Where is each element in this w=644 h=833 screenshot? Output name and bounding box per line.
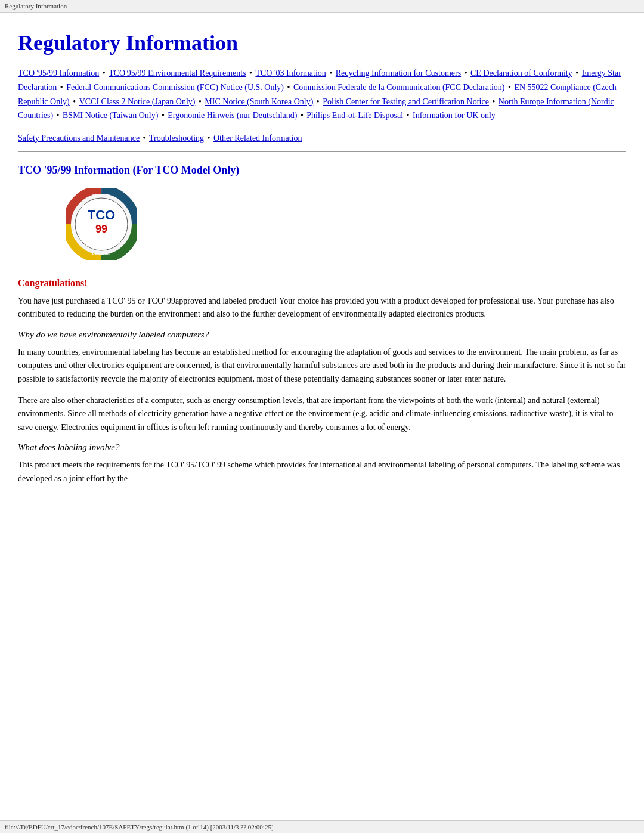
nav-link-ergonomie[interactable]: Ergonomie Hinweis (nur Deutschland) — [168, 111, 297, 120]
separator: • — [407, 111, 411, 120]
subsection-heading-1: Why do we have environmentally labeled c… — [18, 330, 626, 340]
nav-link-philips[interactable]: Philips End-of-Life Disposal — [306, 111, 403, 120]
svg-text:TCO: TCO — [88, 208, 115, 222]
subsection-heading-2: What does labeling involve? — [18, 442, 626, 453]
tco-section-title: TCO '95/99 Information (For TCO Model On… — [18, 164, 626, 176]
separator: • — [103, 69, 107, 78]
subsection-1-para-2: There are also other characteristics of … — [18, 394, 626, 434]
separator: • — [60, 83, 65, 92]
separator: • — [208, 134, 212, 143]
nav-link-bsmi[interactable]: BSMI Notice (Taiwan Only) — [63, 111, 158, 120]
separator: • — [287, 83, 292, 92]
separator: • — [199, 97, 203, 106]
svg-text:99: 99 — [95, 223, 107, 235]
nav-link-safety[interactable]: Safety Precautions and Maintenance — [18, 134, 140, 143]
separator: • — [301, 111, 305, 120]
nav-link-tco03[interactable]: TCO '03 Information — [255, 69, 326, 78]
nav-link-ce[interactable]: CE Declaration of Conformity — [470, 69, 572, 78]
nav-link-troubleshooting[interactable]: Troubleshooting — [149, 134, 204, 143]
separator: • — [162, 111, 166, 120]
nav-links: TCO '95/99 Information • TCO'95/99 Envir… — [18, 66, 626, 123]
logo-container: TCO 99 ECOLOGY ENERGY EMISSIONS ERGONOMI… — [18, 188, 626, 260]
nav-link-uk[interactable]: Information for UK only — [413, 111, 496, 120]
svg-text:ERGONOMICS: ERGONOMICS — [72, 215, 76, 236]
svg-text:ENERGY: ENERGY — [127, 218, 131, 233]
nav-link-recycling[interactable]: Recycling Information for Customers — [336, 69, 461, 78]
separator: • — [317, 97, 321, 106]
separator: • — [249, 69, 254, 78]
nav-link-fcc[interactable]: Federal Communications Commission (FCC) … — [66, 83, 284, 92]
separator: • — [143, 134, 148, 143]
svg-text:EMISSIONS: EMISSIONS — [92, 252, 111, 256]
nav-link-tco9599-env[interactable]: TCO'95/99 Environmental Requirements — [109, 69, 246, 78]
separator: • — [329, 69, 334, 78]
separator: • — [57, 111, 61, 120]
congratulations-heading: Congratulations! — [18, 278, 626, 289]
secondary-nav: Safety Precautions and Maintenance • Tro… — [18, 131, 626, 145]
nav-link-other[interactable]: Other Related Information — [213, 134, 302, 143]
subsection-2-para-1: This product meets the requirements for … — [18, 459, 626, 485]
page-content: Regulatory Information TCO '95/99 Inform… — [0, 13, 644, 529]
tab-bar: Regulatory Information — [0, 0, 644, 13]
tco-logo: TCO 99 ECOLOGY ENERGY EMISSIONS ERGONOMI… — [66, 188, 137, 260]
nav-link-mic[interactable]: MIC Notice (South Korea Only) — [205, 97, 313, 106]
tab-label: Regulatory Information — [5, 2, 67, 10]
subsection-1-para-1: In many countries, environmental labelin… — [18, 346, 626, 386]
nav-link-tco9599[interactable]: TCO '95/99 Information — [18, 69, 99, 78]
separator: • — [73, 97, 78, 106]
nav-link-vcci[interactable]: VCCI Class 2 Notice (Japan Only) — [79, 97, 196, 106]
status-bar: file:///D|/EDFU/crt_17/edoc/french/107E/… — [0, 820, 644, 833]
separator: • — [465, 69, 469, 78]
separator: • — [575, 69, 580, 78]
status-bar-text: file:///D|/EDFU/crt_17/edoc/french/107E/… — [5, 823, 274, 831]
svg-text:ECOLOGY: ECOLOGY — [92, 194, 110, 197]
nav-link-commission[interactable]: Commission Federale de la Communication … — [293, 83, 505, 92]
congratulations-body: You have just purchased a TCO' 95 or TCO… — [18, 295, 626, 321]
separator: • — [492, 97, 497, 106]
separator: • — [508, 83, 513, 92]
section-divider — [18, 151, 626, 152]
page-title: Regulatory Information — [18, 30, 626, 55]
nav-link-polish[interactable]: Polish Center for Testing and Certificat… — [323, 97, 489, 106]
